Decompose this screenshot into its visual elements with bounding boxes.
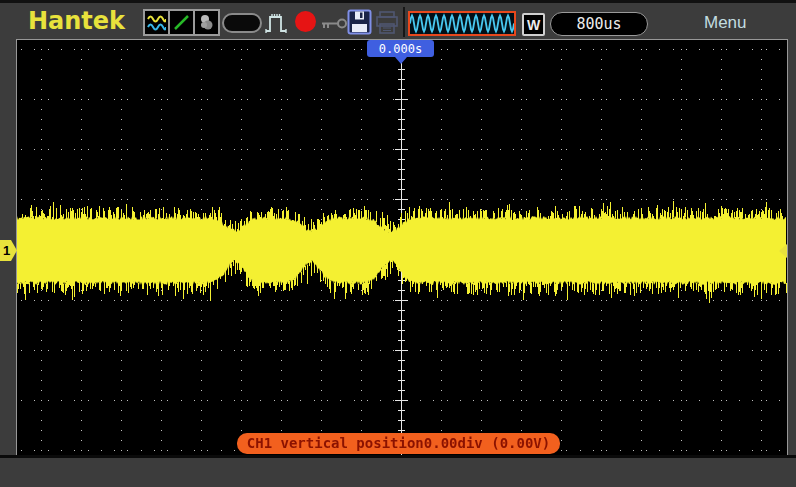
pulse-indicator-icon (264, 10, 290, 35)
status-message-pill: CH1 vertical position0.00div (0.00V) (237, 433, 560, 454)
oscilloscope-app: Hantek (0, 0, 796, 487)
display-screen: 0.000s CH1 vertical position0.00div (0.0… (16, 39, 788, 457)
toolbar-divider (403, 7, 405, 37)
channel1-position-marker[interactable]: 1 (0, 240, 17, 261)
empty-indicator-pill (222, 13, 262, 33)
noise-blob-button[interactable] (193, 9, 220, 36)
window-timebase-pill[interactable]: 800us (550, 12, 648, 36)
sine-thumbnail-icon (410, 13, 514, 34)
waveform-display[interactable] (17, 40, 787, 456)
key-icon (320, 17, 348, 30)
record-button[interactable] (295, 11, 316, 32)
diagonal-line-icon (172, 13, 191, 32)
brand-logo: Hantek (28, 7, 125, 35)
trigger-source-thumbnail[interactable] (408, 11, 516, 36)
window-mode-badge: W (522, 13, 545, 36)
print-button[interactable] (375, 10, 399, 35)
menu-button[interactable]: Menu (704, 13, 747, 33)
waves-icon (147, 13, 166, 32)
top-toolbar: Hantek (0, 0, 796, 41)
channel-waves-button[interactable] (143, 9, 170, 36)
status-bar: DC 20 1.00V CH1 0.00V 454.304KHz 6-Dec-2… (0, 455, 796, 487)
trigger-position-tag[interactable]: 0.000s (367, 40, 434, 57)
trigger-position-pointer-icon (395, 57, 407, 64)
slope-line-button[interactable] (168, 9, 195, 36)
save-button[interactable] (347, 9, 372, 35)
blob-icon (197, 13, 216, 32)
